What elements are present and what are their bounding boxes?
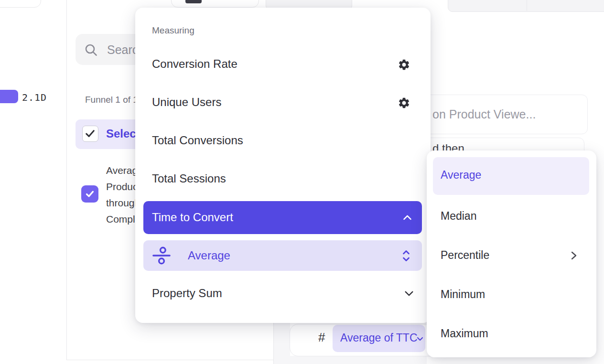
center-panel-bottom-border — [66, 360, 273, 360]
canvas-gutter-bottom — [274, 356, 427, 364]
metric-color-swatch[interactable] — [0, 90, 18, 103]
ttc-selector-label: Average of TTC — [340, 332, 418, 344]
dark-toggle-fragment — [185, 0, 202, 3]
menu-sub-item-label: Average — [188, 249, 230, 262]
menu-item-total-conversions[interactable]: Total Conversions — [152, 134, 243, 147]
menu-item-total-sessions[interactable]: Total Sessions — [152, 172, 226, 185]
metric-badge-label: 2.1D — [22, 92, 47, 103]
chevron-up-icon — [402, 214, 412, 221]
agg-item-minimum[interactable]: Minimum — [441, 288, 485, 301]
funnel-count-label: Funnel 1 of 1 — [85, 95, 138, 105]
left-column-divider — [66, 0, 67, 360]
top-center-control-fragment — [171, 0, 259, 8]
gear-icon[interactable] — [398, 58, 410, 71]
menu-item-conversion-rate[interactable]: Conversion Rate — [152, 57, 237, 71]
menu-item-unique-users[interactable]: Unique Users — [152, 96, 221, 109]
number-type-icon: # — [318, 330, 325, 345]
tab-divider — [527, 0, 527, 11]
top-left-card-fragment — [0, 0, 41, 8]
agg-item-maximum[interactable]: Maximum — [441, 327, 488, 340]
average-divide-icon — [152, 246, 171, 266]
chevron-down-icon[interactable] — [404, 289, 414, 298]
chevron-down-icon — [415, 334, 425, 343]
metric-checkbox[interactable] — [81, 185, 98, 203]
checkmark-icon — [83, 126, 97, 141]
gear-icon[interactable] — [398, 96, 410, 109]
app-canvas: 2.1D Search Funnel 1 of 1 Select Average… — [0, 0, 604, 364]
menu-title: Measuring — [152, 25, 194, 36]
aggregation-dropdown: Average Median Percentile Minimum Maximu… — [427, 150, 596, 357]
top-right-tabs-fragment — [448, 0, 604, 12]
step-event-label: on Product Viewe... — [432, 107, 536, 121]
menu-sub-item-average[interactable]: Average — [143, 240, 422, 271]
menu-item-property-sum[interactable]: Property Sum — [152, 287, 222, 300]
chevron-right-icon — [570, 250, 578, 261]
checkmark-icon — [84, 188, 96, 200]
chevron-up-down-icon — [402, 249, 410, 262]
agg-item-percentile[interactable]: Percentile — [441, 249, 489, 262]
select-step-checkbox[interactable] — [82, 126, 98, 142]
menu-item-time-to-convert[interactable]: Time to Convert — [143, 201, 422, 234]
search-icon — [84, 43, 98, 57]
menu-item-label: Time to Convert — [152, 211, 233, 224]
measuring-dropdown: Measuring Conversion Rate Unique Users T… — [135, 8, 431, 323]
agg-item-average[interactable]: Average — [441, 169, 481, 182]
agg-item-median[interactable]: Median — [441, 210, 476, 223]
